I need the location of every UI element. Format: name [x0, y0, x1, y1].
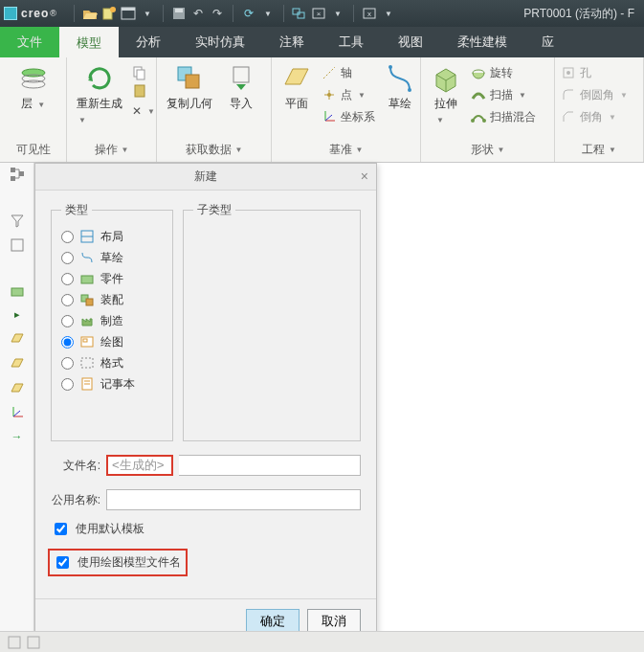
tab-simulation[interactable]: 实时仿真 [178, 27, 262, 57]
commonname-input[interactable] [106, 489, 361, 510]
tab-label: 分析 [136, 34, 161, 51]
revolve-label: 旋转 [490, 65, 513, 81]
use-default-template-checkbox[interactable] [55, 523, 67, 535]
plane-node-icon[interactable] [10, 330, 25, 346]
quick-access-toolbar: ▼ ↶ ↷ ⟳ ▼ × ▼ x ▼ [70, 5, 396, 22]
svg-rect-47 [86, 299, 93, 305]
tab-view[interactable]: 视图 [381, 27, 440, 57]
tab-flex[interactable]: 柔性建模 [440, 27, 524, 57]
dropdown-icon[interactable]: ▼ [260, 6, 276, 21]
tab-model[interactable]: 模型 [59, 27, 119, 57]
tab-file[interactable]: 文件 [0, 27, 59, 57]
csys-button[interactable]: 坐标系 [322, 107, 375, 126]
part-node-icon[interactable] [10, 283, 25, 299]
undo-icon[interactable]: ↶ [190, 6, 206, 21]
plane-node-icon[interactable] [10, 355, 25, 371]
settings-icon[interactable] [10, 237, 25, 253]
sketch-button[interactable]: 草绘 [381, 61, 419, 114]
save-icon[interactable] [171, 6, 187, 21]
document-title: PRT0001 (活动的) - F [523, 6, 634, 22]
type-label: 布局 [100, 229, 123, 245]
round-button[interactable]: 倒圆角▼ [561, 85, 628, 104]
windows-icon[interactable] [292, 6, 307, 21]
revolve-button[interactable]: 旋转 [471, 63, 536, 82]
tree-expand-icon[interactable]: ▸ [14, 308, 20, 321]
redo-icon[interactable]: ↷ [210, 6, 225, 21]
dropdown-icon[interactable]: ▼ [140, 6, 155, 21]
svg-text:x: x [367, 10, 371, 18]
import-button[interactable]: 导入 [222, 61, 260, 114]
radio-asm[interactable] [61, 294, 74, 306]
axis-button[interactable]: 轴 [322, 63, 375, 82]
delete-icon[interactable]: ✕▼ [132, 101, 155, 121]
filename-label: 文件名: [51, 458, 100, 474]
group-label: 获取数据 [186, 142, 232, 158]
radio-layout[interactable] [61, 231, 74, 243]
close-icon[interactable]: x [362, 6, 377, 21]
use-drawing-model-name-row[interactable]: 使用绘图模型文件名 [51, 551, 185, 573]
tab-app[interactable]: 应 [524, 27, 571, 57]
plane-button[interactable]: 平面 [278, 61, 316, 114]
use-default-template-label: 使用默认模板 [76, 521, 144, 537]
radio-drawing[interactable] [61, 336, 74, 348]
dropdown-icon[interactable]: ▼ [381, 6, 396, 21]
filename-input[interactable] [106, 455, 173, 476]
regen-icon[interactable]: ⟳ [241, 6, 256, 21]
extrude-button[interactable]: 拉伸▼ [427, 61, 465, 127]
cancel-label: 取消 [322, 614, 346, 628]
sweepblend-button[interactable]: 扫描混合 [471, 107, 536, 126]
copygeom-button[interactable]: 复制几何 [163, 61, 216, 114]
radio-format[interactable] [61, 357, 74, 370]
type-layout-row[interactable]: 布局 [61, 226, 163, 247]
chevron-down-icon: ▼ [358, 91, 366, 100]
svg-rect-38 [11, 239, 23, 251]
radio-part[interactable] [61, 273, 74, 285]
content-area: ▸ → 新建 × 类型 布局 草绘 零件 装配 制造 绘图 格式 [0, 163, 644, 652]
tab-label: 工具 [339, 34, 364, 51]
plane-icon [281, 63, 312, 94]
use-drawing-model-name-checkbox[interactable] [56, 556, 69, 569]
tab-annotate[interactable]: 注释 [262, 27, 322, 57]
plane-node-icon[interactable] [10, 380, 25, 395]
radio-notebook[interactable] [61, 378, 74, 391]
type-part-row[interactable]: 零件 [61, 268, 163, 289]
tab-analysis[interactable]: 分析 [119, 27, 178, 57]
svg-rect-36 [11, 176, 15, 181]
close-win-icon[interactable]: × [311, 6, 326, 21]
type-mfg-row[interactable]: 制造 [61, 310, 163, 331]
radio-mfg[interactable] [61, 315, 74, 327]
layer-button[interactable]: 层 ▼ [14, 61, 53, 114]
type-fieldset: 类型 布局 草绘 零件 装配 制造 绘图 格式 记事本 [51, 202, 173, 441]
tab-tools[interactable]: 工具 [322, 27, 381, 57]
sweep-button[interactable]: 扫描▼ [471, 85, 536, 104]
type-label: 装配 [100, 292, 123, 308]
radio-sketch[interactable] [61, 252, 74, 264]
regenerate-button[interactable]: 重新生成▼ [73, 61, 126, 127]
svg-text:×: × [317, 10, 322, 18]
new-icon[interactable] [101, 6, 117, 21]
regen-label: 重新生成 [77, 97, 122, 110]
open-icon[interactable] [82, 6, 98, 21]
type-sketch-row[interactable]: 草绘 [61, 247, 163, 268]
insert-here-icon[interactable]: → [11, 430, 23, 443]
svg-rect-20 [233, 67, 249, 82]
type-format-row[interactable]: 格式 [61, 352, 163, 373]
tree-icon[interactable] [10, 167, 25, 182]
copy-icon[interactable] [132, 65, 147, 80]
csys-node-icon[interactable] [10, 405, 25, 420]
filter-icon[interactable] [10, 213, 25, 228]
chamfer-button[interactable]: 倒角▼ [561, 107, 628, 126]
hole-button[interactable]: 孔 [561, 63, 628, 82]
dialog-close-button[interactable]: × [361, 169, 368, 184]
new-window-icon[interactable] [121, 6, 136, 21]
paste-icon[interactable] [132, 83, 147, 99]
type-asm-row[interactable]: 装配 [61, 289, 163, 310]
type-drawing-row[interactable]: 绘图 [61, 331, 163, 352]
point-button[interactable]: 点▼ [322, 85, 375, 104]
csys-icon [322, 109, 337, 124]
dropdown-icon[interactable]: ▼ [330, 6, 345, 21]
use-default-template-row[interactable]: 使用默认模板 [51, 520, 361, 538]
filename-input-ext[interactable] [179, 455, 361, 476]
axis-icon [322, 65, 337, 80]
type-notebook-row[interactable]: 记事本 [61, 373, 163, 394]
